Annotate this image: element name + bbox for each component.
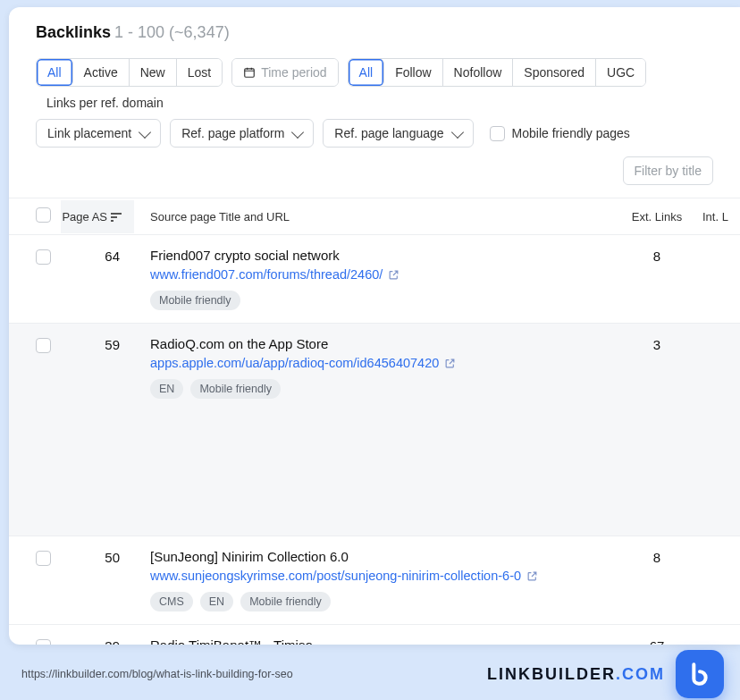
- source-title: RadioQ.com on the App Store: [150, 336, 617, 351]
- follow-nofollow[interactable]: Nofollow: [443, 59, 514, 86]
- tag-list: Mobile friendly: [150, 291, 617, 310]
- col-page-as[interactable]: Page AS: [61, 200, 134, 233]
- table-row: 64Friend007 crypto social networkwww.fri…: [9, 235, 740, 324]
- tag-list: ENMobile friendly: [150, 379, 617, 399]
- table-header: Page AS Source page Title and URL Ext. L…: [9, 198, 740, 235]
- tag: Mobile friendly: [150, 291, 240, 310]
- follow-follow[interactable]: Follow: [384, 59, 442, 86]
- ext-links-value: 67: [617, 637, 697, 645]
- status-all[interactable]: All: [37, 59, 73, 86]
- follow-sponsored[interactable]: Sponsored: [513, 59, 596, 86]
- chevron-down-icon: [139, 125, 151, 138]
- external-link-icon: [526, 570, 537, 581]
- ref-page-platform-dropdown[interactable]: Ref. page platform: [170, 119, 314, 148]
- row-checkbox[interactable]: [36, 249, 51, 265]
- brand-wordmark: LINKBUILDER.COM: [487, 665, 665, 684]
- brand: LINKBUILDER.COM: [487, 650, 724, 698]
- page-as-value: 50: [61, 549, 134, 565]
- chevron-down-icon: [450, 125, 463, 138]
- tag: Mobile friendly: [240, 592, 331, 611]
- status-lost[interactable]: Lost: [177, 59, 222, 86]
- select-all-checkbox[interactable]: [36, 207, 51, 223]
- tag: EN: [200, 592, 233, 611]
- links-per-domain-label: Links per ref. domain: [46, 96, 164, 110]
- tag-list: CMSENMobile friendly: [150, 592, 617, 611]
- chevron-down-icon: [291, 125, 304, 138]
- status-new[interactable]: New: [130, 59, 177, 86]
- source-url-link[interactable]: www.sunjeongskyrimse.com/post/sunjeong-n…: [150, 569, 537, 583]
- col-int-links[interactable]: Int. L: [697, 210, 740, 223]
- sort-desc-icon: [111, 212, 122, 221]
- backlinks-panel: Backlinks1 - 100 (~6,347) All Active New…: [9, 7, 740, 645]
- filter-by-title-input[interactable]: Filter by title: [623, 156, 713, 185]
- checkbox-icon: [490, 126, 505, 141]
- table-row: 59RadioQ.com on the App Storeapps.apple.…: [9, 324, 740, 536]
- table-body: 64Friend007 crypto social networkwww.fri…: [9, 235, 740, 645]
- page-footer: https://linkbuilder.com/blog/what-is-lin…: [0, 648, 740, 700]
- ref-page-language-dropdown[interactable]: Ref. page language: [323, 119, 473, 148]
- mobile-friendly-toggle[interactable]: Mobile friendly pages: [490, 126, 630, 141]
- page-as-value: 64: [61, 248, 134, 264]
- page-as-value: 39: [61, 637, 134, 645]
- tag: EN: [150, 379, 183, 399]
- source-url: https://linkbuilder.com/blog/what-is-lin…: [21, 668, 293, 680]
- panel-header: Backlinks1 - 100 (~6,347): [9, 7, 740, 53]
- tag: CMS: [150, 592, 193, 611]
- source-url-link[interactable]: apps.apple.com/ua/app/radioq-com/id64564…: [150, 356, 455, 370]
- calendar-icon: [243, 66, 256, 79]
- ext-links-value: 8: [617, 248, 697, 264]
- svg-rect-0: [245, 69, 255, 77]
- source-title: Friend007 crypto social network: [150, 248, 617, 263]
- follow-segment: All Follow Nofollow Sponsored UGC: [348, 58, 647, 87]
- external-link-icon: [388, 269, 399, 280]
- page-as-value: 59: [61, 336, 134, 352]
- source-title: Radio TimiBanat™ - Timișo...: [150, 637, 617, 645]
- row-checkbox[interactable]: [36, 551, 51, 566]
- external-link-icon: [444, 358, 455, 368]
- row-checkbox[interactable]: [36, 639, 51, 645]
- link-placement-dropdown[interactable]: Link placement: [36, 119, 161, 148]
- status-segment: All Active New Lost: [36, 58, 223, 87]
- status-active[interactable]: Active: [73, 59, 130, 86]
- filters-bar: All Active New Lost Time period All Foll…: [9, 53, 740, 198]
- table-row: 50[SunJeong] Ninirim Collection 6.0www.s…: [9, 536, 740, 625]
- brand-logo-icon: [676, 650, 724, 698]
- ext-links-value: 8: [617, 549, 697, 565]
- source-url-link[interactable]: www.friend007.com/forums/thread/2460/: [150, 267, 399, 282]
- follow-all[interactable]: All: [349, 59, 385, 86]
- table-row: 39Radio TimiBanat™ - Timișo...www.radiot…: [9, 625, 740, 645]
- col-ext-links[interactable]: Ext. Links: [617, 210, 697, 223]
- follow-ugc[interactable]: UGC: [596, 59, 645, 86]
- col-source[interactable]: Source page Title and URL: [134, 210, 617, 223]
- ext-links-value: 3: [617, 336, 697, 352]
- time-period-button[interactable]: Time period: [231, 58, 338, 87]
- page-title: Backlinks1 - 100 (~6,347): [36, 23, 713, 42]
- result-range: 1 - 100 (~6,347): [114, 23, 230, 41]
- row-checkbox[interactable]: [36, 338, 51, 353]
- tag: Mobile friendly: [190, 379, 281, 399]
- source-title: [SunJeong] Ninirim Collection 6.0: [150, 549, 617, 564]
